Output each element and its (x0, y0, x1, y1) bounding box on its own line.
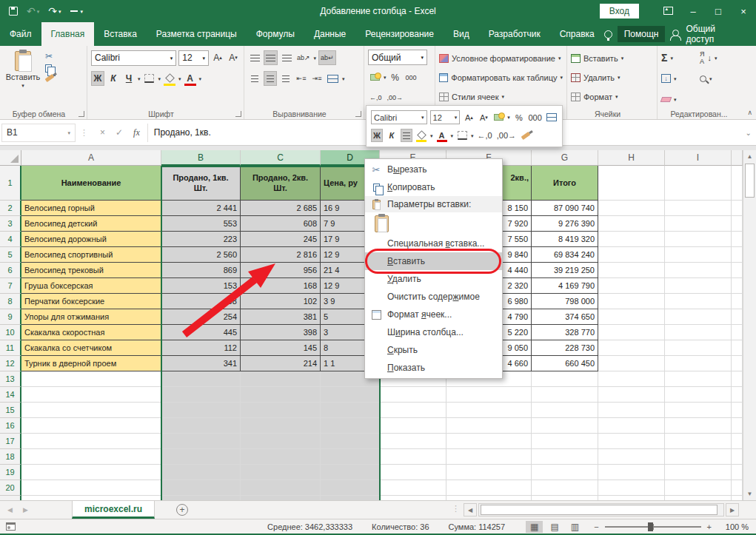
new-sheet-icon[interactable]: + (176, 504, 188, 516)
cell-G9[interactable]: 374 650 (532, 309, 598, 325)
redo-icon[interactable]: ↷▾ (48, 5, 61, 17)
clipboard-dialog-launcher-icon[interactable] (78, 111, 84, 117)
cell-B19[interactable] (161, 465, 241, 480)
cell-C15[interactable] (241, 403, 321, 418)
cell-A1[interactable]: Наименование (21, 166, 161, 201)
row-header-8[interactable]: 8 (0, 294, 21, 309)
cell-B20[interactable] (161, 480, 241, 496)
cell-G20[interactable] (532, 480, 598, 496)
paste-button[interactable]: Вставить ▾ (4, 49, 42, 107)
mini-grow-font-icon[interactable]: А▴ (463, 111, 475, 124)
cell-B8[interactable]: 98 (161, 294, 241, 309)
cell-H15[interactable] (598, 403, 665, 418)
cell-F15[interactable] (446, 403, 532, 418)
align-top-icon[interactable] (248, 50, 261, 65)
cell-F20[interactable] (446, 480, 532, 496)
accounting-format-icon[interactable] (368, 70, 381, 85)
column-header-H[interactable]: H (598, 150, 665, 166)
cut-icon[interactable]: ✂ (45, 52, 54, 61)
cell-J16[interactable] (732, 418, 743, 434)
cell-G3[interactable]: 9 276 390 (532, 216, 598, 232)
cell-G1[interactable]: Итого (532, 166, 598, 201)
cell-C14[interactable] (241, 387, 321, 403)
cell-B1[interactable]: Продано, 1кв.Шт. (161, 166, 241, 201)
align-middle-icon[interactable] (264, 50, 278, 65)
cell-A9[interactable]: Упоры для отжимания (21, 309, 161, 325)
zoom-slider[interactable] (605, 526, 701, 528)
underline-button[interactable]: Ч (122, 71, 136, 86)
paste-dropdown-icon[interactable]: ▾ (21, 83, 24, 88)
cell-B11[interactable]: 112 (161, 340, 241, 356)
shrink-font-icon[interactable]: А▾ (227, 50, 240, 65)
cell-B4[interactable]: 223 (161, 232, 241, 247)
conditional-formatting-button[interactable]: Условное форматирование▾ (439, 50, 563, 66)
horizontal-scroll-thumb[interactable] (481, 505, 717, 515)
cell-I14[interactable] (665, 387, 732, 403)
wrap-text-icon[interactable]: ab↵ (318, 50, 336, 65)
cell-E20[interactable] (380, 480, 446, 496)
cell-B7[interactable]: 153 (161, 278, 241, 294)
vertical-scrollbar[interactable]: ▲ ▼ (743, 150, 756, 500)
cell-G13[interactable] (532, 371, 598, 387)
zoom-out-icon[interactable]: − (594, 522, 598, 531)
mini-percent-icon[interactable]: % (513, 111, 525, 124)
row-header-7[interactable]: 7 (0, 278, 21, 294)
minimize-button[interactable]: – (680, 6, 706, 17)
cell-H7[interactable] (598, 278, 665, 294)
cell-I8[interactable] (665, 294, 732, 309)
cell-J12[interactable] (732, 356, 743, 371)
cell-G6[interactable]: 39 219 250 (532, 263, 598, 278)
cell-H20[interactable] (598, 480, 665, 496)
cell-C16[interactable] (241, 418, 321, 434)
tab-home[interactable]: Главная (41, 22, 95, 46)
mini-accounting-icon[interactable] (492, 111, 504, 124)
cell-C10[interactable]: 398 (241, 325, 321, 340)
cell-B5[interactable]: 2 560 (161, 247, 241, 263)
tab-review[interactable]: Рецензирование (355, 22, 444, 46)
column-header-C[interactable]: C (241, 150, 321, 166)
cell-I12[interactable] (665, 356, 732, 371)
cell-C12[interactable]: 214 (241, 356, 321, 371)
cell-B13[interactable] (161, 371, 241, 387)
cell-A12[interactable]: Турник в дверной проем (21, 356, 161, 371)
mini-increase-decimal-icon[interactable]: ←,0 (477, 129, 493, 142)
tab-view[interactable]: Вид (444, 22, 479, 46)
mini-format-painter-icon[interactable] (520, 129, 532, 142)
row-header-17[interactable]: 17 (0, 434, 21, 449)
cell-G15[interactable] (532, 403, 598, 418)
cell-G16[interactable] (532, 418, 598, 434)
align-bottom-icon[interactable] (280, 50, 293, 65)
cell-E14[interactable] (380, 387, 446, 403)
cell-J2[interactable] (732, 201, 743, 216)
cell-A3[interactable]: Велосипед детский (21, 216, 161, 232)
menu-item-paste-special[interactable]: Специальная вставка... (365, 235, 502, 252)
align-center-icon[interactable] (264, 71, 277, 86)
cell-I11[interactable] (665, 340, 732, 356)
cancel-icon[interactable]: × (100, 127, 105, 138)
cell-I10[interactable] (665, 325, 732, 340)
cell-I20[interactable] (665, 480, 732, 496)
collapse-ribbon-icon[interactable]: ∧ (747, 109, 752, 116)
font-size-combo[interactable]: 12▾ (178, 50, 209, 66)
cell-A2[interactable]: Велосипед горный (21, 201, 161, 216)
cell-I6[interactable] (665, 263, 732, 278)
cell-C20[interactable] (241, 480, 321, 496)
scroll-down-icon[interactable]: ▼ (743, 488, 756, 500)
cell-H5[interactable] (598, 247, 665, 263)
decrease-indent-icon[interactable]: ⇤≡ (295, 71, 308, 86)
clear-button[interactable]: ▾ (661, 92, 692, 107)
cell-H14[interactable] (598, 387, 665, 403)
mini-font-name-combo[interactable]: Calibri▾ (371, 110, 427, 124)
maximize-button[interactable]: □ (706, 6, 731, 17)
percent-style-icon[interactable]: % (389, 70, 402, 85)
cell-C3[interactable]: 608 (241, 216, 321, 232)
cell-C9[interactable]: 381 (241, 309, 321, 325)
row-header-4[interactable]: 4 (0, 232, 21, 247)
cell-E17[interactable] (380, 434, 446, 449)
cell-D14[interactable] (321, 387, 380, 403)
menu-item-cut[interactable]: ✂Вырезать (365, 161, 502, 178)
format-cells-button[interactable]: Формат▾ (571, 89, 653, 104)
cell-styles-button[interactable]: Стили ячеек▾ (439, 89, 563, 104)
undo-icon[interactable]: ↶▾ (27, 5, 39, 17)
cell-H10[interactable] (598, 325, 665, 340)
